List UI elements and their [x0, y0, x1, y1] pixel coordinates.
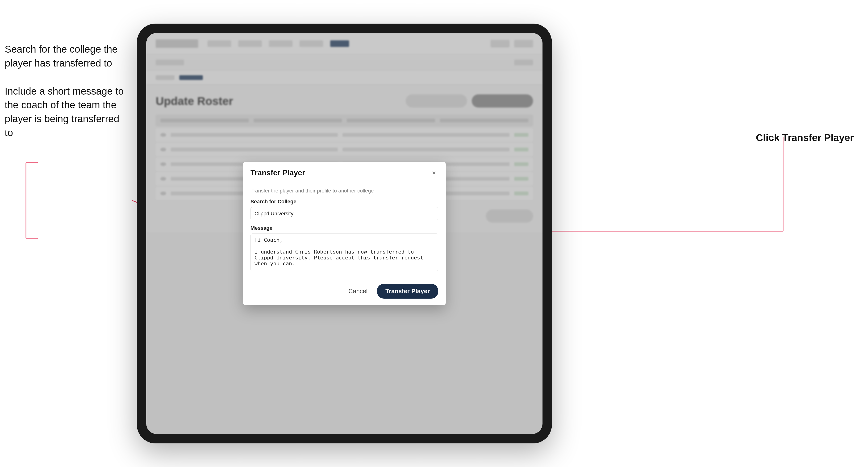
modal-body: Transfer the player and their profile to…: [243, 182, 446, 279]
modal-subtitle: Transfer the player and their profile to…: [250, 188, 438, 194]
transfer-player-modal: Transfer Player × Transfer the player an…: [243, 162, 446, 305]
transfer-player-button[interactable]: Transfer Player: [377, 284, 438, 299]
modal-overlay: Transfer Player × Transfer the player an…: [146, 33, 542, 434]
college-label: Search for College: [250, 198, 438, 205]
tablet-screen: Update Roster: [146, 33, 542, 434]
cancel-button[interactable]: Cancel: [344, 285, 372, 297]
modal-title: Transfer Player: [250, 168, 305, 177]
message-label: Message: [250, 225, 438, 231]
modal-footer: Cancel Transfer Player: [243, 279, 446, 305]
modal-header: Transfer Player ×: [243, 162, 446, 182]
message-textarea[interactable]: [250, 234, 438, 271]
tablet-frame: Update Roster: [137, 24, 552, 443]
modal-close-button[interactable]: ×: [430, 168, 438, 177]
college-input[interactable]: [250, 207, 438, 220]
